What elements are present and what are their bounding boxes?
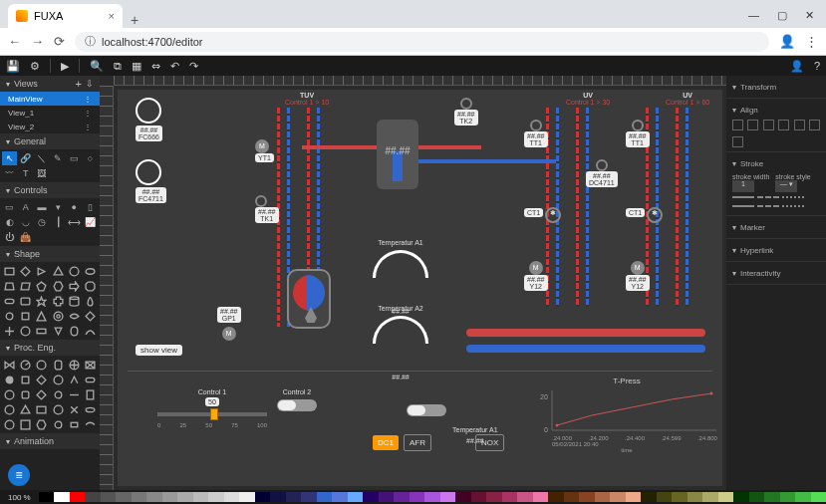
pe-motor[interactable] xyxy=(34,358,49,372)
color-swatch[interactable] xyxy=(610,492,626,502)
pe-tank[interactable] xyxy=(51,358,66,372)
color-swatch[interactable] xyxy=(548,492,564,502)
stroke-style-select[interactable]: — ▾ xyxy=(775,180,797,192)
dash-dotted[interactable] xyxy=(782,196,804,202)
color-swatch[interactable] xyxy=(348,492,364,502)
view-menu-icon[interactable]: ⋮ xyxy=(84,95,92,104)
color-swatch[interactable] xyxy=(317,492,333,502)
ctrl-input[interactable]: ▭ xyxy=(2,200,17,214)
distribute-h[interactable] xyxy=(732,136,743,147)
fab-menu[interactable]: ≡ xyxy=(8,464,30,486)
color-swatch[interactable] xyxy=(780,492,796,502)
color-swatch[interactable] xyxy=(486,492,502,502)
shape-arrow[interactable] xyxy=(67,279,82,293)
tool-pointer[interactable]: ↖ xyxy=(2,151,17,165)
shape-cyl[interactable] xyxy=(67,294,82,308)
minimize-button[interactable]: — xyxy=(748,9,759,22)
color-swatch[interactable] xyxy=(224,492,240,502)
color-swatch[interactable] xyxy=(749,492,765,502)
ctrl-select[interactable]: ▾ xyxy=(51,200,66,214)
control1-slider[interactable]: Control 1 50 0255075100 xyxy=(157,388,267,428)
color-swatch[interactable] xyxy=(39,492,55,502)
shape-star[interactable] xyxy=(34,294,49,308)
color-swatch[interactable] xyxy=(116,492,132,502)
ctrl-led[interactable]: ● xyxy=(67,200,82,214)
color-swatch[interactable] xyxy=(626,492,642,502)
shape-cross[interactable] xyxy=(51,294,66,308)
browser-tab[interactable]: FUXA × xyxy=(8,4,123,28)
forward-button[interactable]: → xyxy=(31,34,44,49)
color-swatch[interactable] xyxy=(533,492,549,502)
transform-header[interactable]: ▾Transform xyxy=(732,80,820,94)
sensor-tt1b[interactable]: ##.##TT1 xyxy=(626,120,650,147)
align-center-v[interactable] xyxy=(794,120,805,130)
tool-text[interactable]: T xyxy=(18,166,33,180)
view-menu-icon[interactable]: ⋮ xyxy=(84,123,92,131)
color-swatch[interactable] xyxy=(564,492,580,502)
stroke-header[interactable]: ▾Stroke xyxy=(732,156,820,170)
play-button[interactable]: ▶ xyxy=(61,60,69,73)
stroke-width-input[interactable]: 1 xyxy=(732,180,754,192)
shape-circle[interactable] xyxy=(67,264,82,278)
pe-pump[interactable] xyxy=(18,358,33,372)
align-left[interactable] xyxy=(732,120,743,130)
back-button[interactable]: ← xyxy=(8,34,21,49)
view-menu-icon[interactable]: ⋮ xyxy=(84,109,92,118)
drop-tank[interactable] xyxy=(287,269,331,329)
color-swatch[interactable] xyxy=(193,492,209,502)
color-swatch[interactable] xyxy=(270,492,286,502)
color-swatch[interactable] xyxy=(363,492,379,502)
sensor-tt1[interactable]: ##.##TT1 xyxy=(524,120,548,147)
color-swatch[interactable] xyxy=(702,492,718,502)
sensor-gp1[interactable]: ##.##GP1 M xyxy=(217,307,241,341)
color-swatch[interactable] xyxy=(440,492,456,502)
ctrl-clock[interactable]: ◷ xyxy=(34,215,49,229)
shape-penta[interactable] xyxy=(34,279,49,293)
color-swatch[interactable] xyxy=(239,492,255,502)
interactivity-header[interactable]: ▾Interactivity xyxy=(732,266,820,280)
fan-ct1b[interactable]: CT1 ✱ xyxy=(626,207,663,223)
afr-button[interactable]: AFR xyxy=(404,434,431,451)
tool-ellipse[interactable]: ○ xyxy=(83,151,98,165)
color-swatch[interactable] xyxy=(579,492,595,502)
indicator-fc4711[interactable]: ##.##FC4711 xyxy=(136,159,166,203)
color-swatch[interactable] xyxy=(811,492,826,502)
tank[interactable]: ##.## xyxy=(377,120,418,189)
align-right[interactable] xyxy=(763,120,774,130)
shape-rect[interactable] xyxy=(2,264,17,278)
settings-button[interactable]: ⚙ xyxy=(30,60,40,73)
user-icon[interactable]: 👤 xyxy=(790,60,804,73)
site-info-icon[interactable]: ⓘ xyxy=(85,34,96,49)
ctrl-switch[interactable]: ⏻ xyxy=(2,230,17,244)
align-center-h[interactable] xyxy=(747,120,758,130)
motor-y12[interactable]: M##.##Y12 xyxy=(524,261,548,291)
help-button[interactable]: ? xyxy=(814,60,820,72)
color-swatch[interactable] xyxy=(101,492,117,502)
color-swatch[interactable] xyxy=(286,492,302,502)
color-swatch[interactable] xyxy=(379,492,395,502)
shape-triangle[interactable] xyxy=(34,264,49,278)
ctrl-gauge[interactable]: ◐ xyxy=(2,215,17,229)
redo-button[interactable]: ↷ xyxy=(189,60,198,73)
color-swatch[interactable] xyxy=(177,492,193,502)
zoom-button[interactable]: 🔍 xyxy=(90,60,104,73)
color-swatch[interactable] xyxy=(255,492,271,502)
save-button[interactable]: 💾 xyxy=(6,60,20,73)
color-swatch[interactable] xyxy=(424,492,440,502)
color-swatch[interactable] xyxy=(208,492,224,502)
color-swatch[interactable] xyxy=(641,492,657,502)
general-header[interactable]: ▾General xyxy=(0,133,100,149)
view-item-mainview[interactable]: MainView⋮ xyxy=(0,92,100,106)
tpress-chart[interactable]: T-Press 20 0 .24.000.24.200.24.400.24.59… xyxy=(532,377,721,456)
browser-menu-icon[interactable]: ⋮ xyxy=(805,34,818,49)
color-swatch[interactable] xyxy=(502,492,518,502)
color-swatch[interactable] xyxy=(688,492,703,502)
url-input[interactable]: ⓘ localhost:4700/editor xyxy=(75,32,769,52)
motor-y12b[interactable]: M##.##Y12 xyxy=(626,261,650,291)
tool-path[interactable]: 〰 xyxy=(2,166,17,180)
color-swatch[interactable] xyxy=(718,492,734,502)
shape-pill[interactable] xyxy=(2,294,17,308)
views-header[interactable]: ▾ Views + ⇩ xyxy=(0,76,100,92)
color-swatch[interactable] xyxy=(657,492,673,502)
color-swatch[interactable] xyxy=(301,492,317,502)
